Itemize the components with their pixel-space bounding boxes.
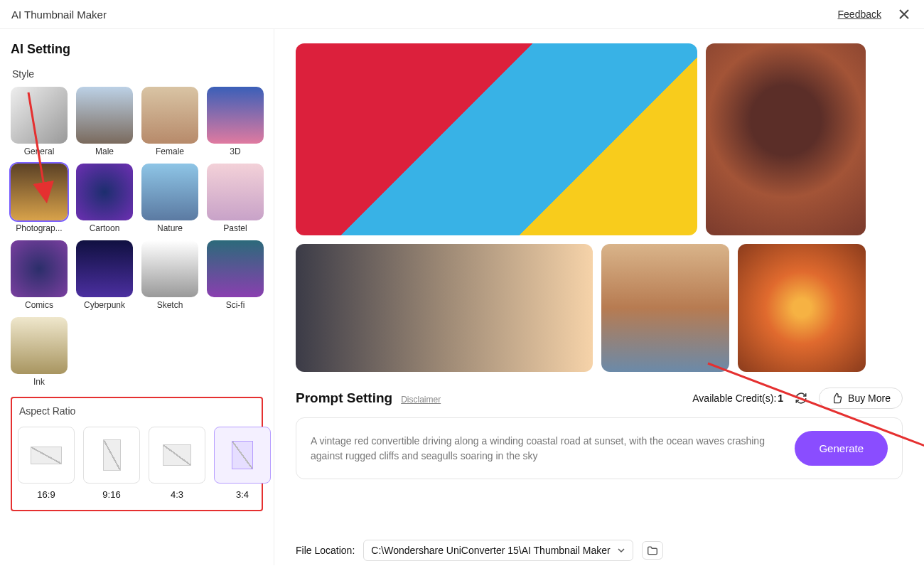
app-title: AI Thumbnail Maker: [11, 9, 107, 21]
style-label: Female: [156, 146, 184, 156]
ratio-shape: [103, 439, 121, 471]
style-item-comics[interactable]: Comics: [11, 240, 68, 310]
style-label: Photograp...: [16, 223, 62, 233]
style-item-cartoon[interactable]: Cartoon: [76, 164, 133, 233]
preview-image-5[interactable]: [738, 244, 866, 372]
file-location-value: C:\Wondershare UniConverter 15\AI Thumbn…: [371, 545, 610, 556]
aspect-ratio-9-16[interactable]: 9:16: [83, 427, 140, 500]
thumbs-up-icon: [831, 393, 842, 404]
style-thumb: [207, 87, 264, 144]
style-label: Nature: [157, 223, 183, 233]
ratio-label: 9:16: [102, 489, 120, 500]
style-label: Ink: [33, 377, 45, 387]
aspect-ratio-label: Aspect Ratio: [19, 405, 256, 417]
style-label: Sci-fi: [226, 300, 245, 310]
aspect-ratio-section: Aspect Ratio 16:99:164:33:4: [11, 397, 263, 511]
style-label: Cartoon: [90, 223, 120, 233]
style-section-label: Style: [12, 68, 263, 80]
credits-display: Available Credit(s):1: [692, 393, 783, 404]
ratio-label: 16:9: [37, 489, 55, 500]
style-label: Pastel: [223, 223, 247, 233]
credits-label: Available Credit(s):: [692, 393, 776, 404]
style-thumb: [141, 240, 198, 297]
aspect-ratio-grid: 16:99:164:33:4: [18, 427, 256, 500]
buy-more-label: Buy More: [848, 393, 891, 404]
ratio-box: [18, 427, 75, 484]
preview-image-4[interactable]: [601, 244, 729, 372]
style-thumb: [76, 240, 133, 297]
content-area: Prompt Setting Disclaimer Available Cred…: [274, 29, 924, 565]
sidebar: AI Setting Style GeneralMaleFemale3DPhot…: [0, 29, 274, 565]
style-grid: GeneralMaleFemale3DPhotograp...CartoonNa…: [11, 87, 263, 387]
style-label: Sketch: [157, 300, 183, 310]
style-item-pastel[interactable]: Pastel: [207, 164, 264, 233]
buy-more-button[interactable]: Buy More: [819, 388, 903, 409]
style-thumb: [76, 87, 133, 144]
ratio-shape: [232, 441, 253, 469]
preview-row-1: [296, 43, 903, 235]
style-thumb: [76, 164, 133, 220]
style-label: General: [24, 146, 55, 156]
ratio-label: 4:3: [171, 489, 183, 500]
prompt-box: A vintage red convertible driving along …: [296, 417, 903, 479]
aspect-ratio-16-9[interactable]: 16:9: [18, 427, 75, 500]
style-thumb: [141, 164, 198, 220]
main-layout: AI Setting Style GeneralMaleFemale3DPhot…: [0, 29, 924, 565]
style-label: Comics: [25, 300, 53, 310]
style-item-cyberpunk[interactable]: Cyberpunk: [76, 240, 133, 310]
close-button[interactable]: [896, 6, 913, 23]
style-thumb: [11, 240, 68, 297]
aspect-ratio-4-3[interactable]: 4:3: [149, 427, 205, 500]
open-folder-button[interactable]: [642, 541, 663, 560]
generate-button[interactable]: Generate: [795, 431, 888, 466]
style-item-ink[interactable]: Ink: [11, 317, 68, 387]
style-item-nature[interactable]: Nature: [141, 164, 198, 233]
ratio-shape: [31, 447, 62, 464]
style-item-female[interactable]: Female: [141, 87, 198, 156]
style-thumb: [11, 87, 68, 144]
style-item-sci-fi[interactable]: Sci-fi: [207, 240, 264, 310]
style-item-photograp-[interactable]: Photograp...: [11, 164, 68, 233]
ratio-box: [149, 427, 205, 484]
style-thumb: [11, 317, 68, 374]
style-label: Cyberpunk: [84, 300, 125, 310]
ratio-box: [214, 427, 271, 484]
refresh-button[interactable]: [795, 392, 807, 405]
style-thumb: [207, 240, 264, 297]
prompt-header: Prompt Setting Disclaimer Available Cred…: [296, 388, 903, 409]
chevron-down-icon: [617, 546, 625, 555]
feedback-link[interactable]: Feedback: [838, 9, 881, 20]
header-bar: AI Thumbnail Maker Feedback: [0, 0, 924, 29]
file-location-select[interactable]: C:\Wondershare UniConverter 15\AI Thumbn…: [363, 540, 633, 561]
close-icon: [898, 9, 910, 20]
style-thumb: [11, 164, 68, 220]
style-label: 3D: [230, 146, 240, 156]
aspect-ratio-3-4[interactable]: 3:4: [214, 427, 271, 500]
style-thumb: [207, 164, 264, 220]
file-location-label: File Location:: [296, 545, 355, 556]
credits-value: 1: [778, 393, 783, 404]
folder-icon: [646, 545, 659, 555]
prompt-heading: Prompt Setting: [296, 390, 392, 406]
style-item-sketch[interactable]: Sketch: [141, 240, 198, 310]
ratio-shape: [163, 444, 191, 466]
file-location-row: File Location: C:\Wondershare UniConvert…: [296, 540, 903, 561]
ratio-box: [83, 427, 140, 484]
preview-row-2: [296, 244, 903, 372]
ratio-label: 3:4: [236, 489, 249, 500]
preview-image-2[interactable]: [706, 43, 866, 235]
prompt-input[interactable]: A vintage red convertible driving along …: [311, 434, 780, 464]
style-label: Male: [95, 146, 114, 156]
header-right: Feedback: [838, 6, 913, 23]
preview-image-1[interactable]: [296, 43, 697, 235]
ai-setting-heading: AI Setting: [11, 42, 263, 57]
preview-image-3[interactable]: [296, 244, 593, 372]
style-item-3d[interactable]: 3D: [207, 87, 264, 156]
disclaimer-link[interactable]: Disclaimer: [401, 395, 441, 405]
style-item-male[interactable]: Male: [76, 87, 133, 156]
refresh-icon: [795, 392, 807, 405]
style-item-general[interactable]: General: [11, 87, 68, 156]
style-thumb: [141, 87, 198, 144]
